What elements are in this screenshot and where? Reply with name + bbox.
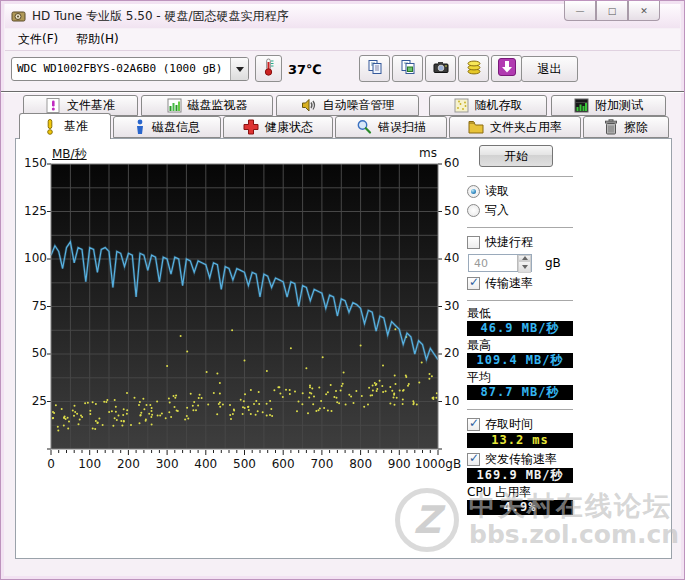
divider (467, 409, 573, 413)
transfer-rate-checkbox[interactable]: 传输速率 (467, 276, 573, 291)
temperature-value: 37℃ (288, 62, 322, 77)
save-results-icon (466, 59, 482, 78)
write-radio[interactable]: 写入 (467, 203, 573, 218)
tab-label: 文件基准 (67, 97, 115, 114)
hdd-icon (11, 9, 26, 24)
tab-noise-management[interactable]: 自动噪音管理 (276, 95, 419, 116)
divider (467, 300, 573, 304)
download-button[interactable] (491, 55, 522, 82)
disk-monitor-icon (167, 98, 182, 113)
avg-label: 平均 (467, 370, 573, 384)
capacity-row: 40 gB (468, 254, 573, 272)
screenshot-button[interactable] (425, 55, 456, 82)
toolbar-separator (1, 91, 684, 92)
radio-icon (467, 204, 480, 217)
min-label: 最低 (467, 306, 573, 320)
tab-random-access[interactable]: 随机存取 (429, 95, 547, 116)
radio-icon (467, 185, 480, 198)
burst-rate-checkbox[interactable]: 突发传输速率 (467, 452, 573, 467)
save-results-button[interactable] (458, 55, 489, 82)
divider (467, 227, 573, 231)
noise-management-icon (301, 98, 317, 113)
copy-image-button[interactable] (392, 55, 423, 82)
tab-disk-info[interactable]: 磁盘信息 (113, 116, 221, 138)
window-title: HD Tune 专业版 5.50 - 硬盘/固态硬盘实用程序 (32, 8, 289, 25)
chevron-down-icon[interactable] (230, 58, 248, 80)
random-access-icon (454, 98, 469, 113)
read-radio[interactable]: 读取 (467, 184, 573, 199)
exit-button[interactable]: 退出 (521, 56, 578, 82)
tab-label: 随机存取 (475, 97, 523, 114)
access-time-label: 存取时间 (485, 416, 533, 433)
capacity-unit: gB (545, 256, 561, 270)
read-radio-label: 读取 (485, 183, 509, 200)
tab-label: 附加测试 (595, 97, 643, 114)
tab-disk-monitor[interactable]: 磁盘监视器 (141, 95, 273, 116)
maximize-button[interactable]: □ (596, 1, 628, 21)
tab-folder-usage[interactable]: 文件夹占用率 (449, 116, 581, 138)
burst-rate-value: 169.9 MB/秒 (467, 468, 573, 483)
avg-value: 87.7 MB/秒 (467, 385, 573, 400)
temperature-button[interactable] (255, 55, 282, 82)
tab-label: 健康状态 (265, 119, 313, 136)
start-button[interactable]: 开始 (479, 145, 553, 167)
drive-select[interactable]: WDC WD1002FBYS-02A6B0 (1000 gB) (11, 57, 249, 81)
benchmark-icon (42, 118, 58, 135)
divider (467, 176, 573, 180)
tab-label: 磁盘监视器 (188, 97, 248, 114)
spin-down-button[interactable] (518, 261, 531, 273)
window-controls: — □ ✕ (564, 1, 660, 21)
minimize-button[interactable]: — (564, 1, 596, 21)
tab-extra-tests[interactable]: 附加测试 (551, 95, 666, 116)
health-icon (243, 119, 259, 135)
short-stroke-checkbox[interactable]: 快捷行程 (467, 235, 573, 250)
tab-benchmark[interactable]: 基准 (19, 113, 111, 139)
spinner-buttons (517, 255, 531, 271)
menubar: 文件(F)帮助(H) (5, 29, 680, 51)
cpu-usage-label: CPU 占用率 (467, 485, 573, 499)
transfer-rate-label: 传输速率 (485, 275, 533, 292)
access-time-checkbox[interactable]: 存取时间 (467, 417, 573, 432)
copy-text-button[interactable] (359, 55, 390, 82)
thermometer-icon (261, 58, 276, 79)
tab-label: 基准 (64, 118, 88, 135)
benchmark-plot (21, 141, 471, 476)
capacity-spinner[interactable]: 40 (468, 254, 532, 272)
checkbox-icon (467, 277, 480, 290)
error-scan-icon (356, 119, 372, 135)
copy-image-icon (400, 59, 416, 78)
extra-tests-icon (574, 98, 589, 113)
cpu-usage-value: 4.9% (467, 500, 573, 515)
app-window: HD Tune 专业版 5.50 - 硬盘/固态硬盘实用程序 — □ ✕ 文件(… (0, 0, 685, 580)
tab-erase[interactable]: 擦除 (583, 116, 669, 138)
menu-help[interactable]: 帮助(H) (67, 28, 127, 51)
tab-label: 自动噪音管理 (323, 97, 395, 114)
tab-label: 文件夹占用率 (490, 119, 562, 136)
tab-label: 磁盘信息 (152, 119, 200, 136)
short-stroke-label: 快捷行程 (485, 234, 533, 251)
download-icon (498, 58, 516, 79)
tab-error-scan[interactable]: 错误扫描 (335, 116, 447, 138)
access-time-value: 13.2 ms (467, 433, 573, 448)
max-value: 109.4 MB/秒 (467, 353, 573, 368)
toolbar: WDC WD1002FBYS-02A6B0 (1000 gB) 37℃ 退出 (5, 51, 680, 91)
checkbox-icon (467, 418, 480, 431)
close-button[interactable]: ✕ (628, 1, 660, 21)
erase-icon (604, 119, 618, 135)
tab-label: 错误扫描 (378, 119, 426, 136)
drive-select-value: WDC WD1002FBYS-02A6B0 (1000 gB) (12, 58, 230, 80)
tab-label: 擦除 (624, 119, 648, 136)
tab-health[interactable]: 健康状态 (223, 116, 333, 138)
benchmark-chart: MB/秒 ms 15012510075502560504030201001002… (21, 141, 471, 476)
file-benchmark-icon (46, 98, 61, 113)
burst-rate-label: 突发传输速率 (485, 451, 557, 468)
disk-info-icon (134, 119, 146, 135)
write-radio-label: 写入 (485, 202, 509, 219)
checkbox-icon (467, 236, 480, 249)
copy-icon (367, 59, 383, 78)
checkbox-icon (467, 453, 480, 466)
capacity-value: 40 (469, 255, 517, 271)
menu-file[interactable]: 文件(F) (9, 28, 67, 51)
camera-icon (433, 60, 449, 78)
controls-panel: 开始 读取 写入 快捷行程 40 gB 传输速率 (467, 143, 573, 515)
